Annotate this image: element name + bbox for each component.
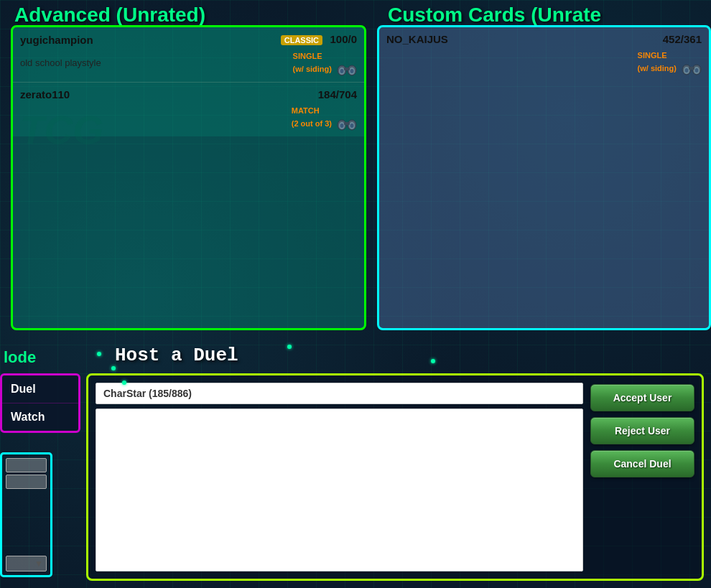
duel-desc-1: old school playstyle <box>20 57 101 68</box>
sidebar-item-watch[interactable]: Watch <box>2 403 78 431</box>
dropdown-arrow: ▼ <box>34 559 43 569</box>
reject-user-button[interactable]: Reject User <box>590 417 694 444</box>
svg-point-20 <box>695 68 699 73</box>
svg-point-6 <box>350 69 354 73</box>
binoculars-icon-1 <box>337 62 357 76</box>
svg-rect-18 <box>689 67 694 70</box>
classic-badge-1: CLASSIC <box>281 35 322 45</box>
control-dropdown[interactable]: ▼ <box>6 556 47 571</box>
left-sidebar: lode Duel Watch ▼ <box>0 337 83 588</box>
cancel-duel-button[interactable]: Cancel Duel <box>590 450 694 477</box>
bottom-section: lode Duel Watch ▼ Host a Duel CharStar (… <box>0 337 711 588</box>
main-container: Advanced (Unrated) yugichampion CLASSIC … <box>0 0 711 588</box>
advanced-panel: Advanced (Unrated) yugichampion CLASSIC … <box>0 0 373 337</box>
circuit-dot-3 <box>122 381 126 385</box>
custom-inner: NO_KAIJUS 452/361 SINGLE (w/ siding) <box>377 25 711 330</box>
duel-entry-yugichampion[interactable]: yugichampion CLASSIC 100/0 old school pl… <box>13 27 364 83</box>
cyan-border-bottom-left: ▼ <box>0 452 52 577</box>
custom-panel: Custom Cards (Unrate NO_KAIJUS 452/361 S… <box>373 0 711 337</box>
host-duel-container: CharStar (185/886) Accept User Reject Us… <box>86 373 704 581</box>
advanced-inner: yugichampion CLASSIC 100/0 old school pl… <box>11 25 366 330</box>
binoculars-icon-2 <box>337 116 357 131</box>
chat-user-bar: CharStar (185/886) <box>96 383 583 404</box>
control-bar-2[interactable] <box>6 475 47 489</box>
duel-username-1: yugichampion <box>20 34 93 46</box>
binoculars-icon-3 <box>682 61 702 75</box>
duel-mode-1: SINGLE (w/ siding) <box>293 52 334 73</box>
duel-username-2: zerato110 <box>20 88 70 101</box>
custom-mode-1: SINGLE (w/ siding) <box>638 51 679 73</box>
custom-score-1: 452/361 <box>663 33 702 45</box>
duel-mode-2: MATCH (2 out of 3) <box>292 106 334 128</box>
circuit-dot-4 <box>287 345 292 349</box>
duel-buttons: Accept User Reject User Cancel Duel <box>590 383 694 571</box>
host-duel-title: Host a Duel <box>86 345 704 366</box>
duel-score-2: 184/704 <box>318 88 357 101</box>
sidebar-item-duel[interactable]: Duel <box>2 375 78 403</box>
svg-point-12 <box>340 123 344 128</box>
accept-user-button[interactable]: Accept User <box>590 384 694 411</box>
duel-entry-zerato110[interactable]: zerato110 184/704 TCG MATCH (2 out of 3) <box>13 83 364 136</box>
chat-content[interactable] <box>96 409 583 571</box>
svg-point-13 <box>350 123 354 128</box>
top-section: Advanced (Unrated) yugichampion CLASSIC … <box>0 0 711 337</box>
duel-score-1: 100/0 <box>330 33 357 45</box>
svg-point-5 <box>340 69 344 73</box>
mode-label: lode <box>4 348 36 367</box>
duel-chat-area: CharStar (185/886) <box>96 383 583 571</box>
custom-username-1: NO_KAIJUS <box>386 33 448 45</box>
svg-point-19 <box>685 68 689 73</box>
sidebar-menu: Duel Watch <box>0 373 80 433</box>
circuit-dot-1 <box>97 352 101 356</box>
custom-entry-nokaijus[interactable]: NO_KAIJUS 452/361 SINGLE (w/ siding) <box>379 27 709 81</box>
control-bar-1[interactable] <box>6 458 47 472</box>
main-content: Host a Duel CharStar (185/886) Accept Us… <box>83 337 711 588</box>
svg-rect-11 <box>344 122 350 125</box>
svg-rect-4 <box>344 67 350 70</box>
circuit-dot-5 <box>431 359 435 363</box>
circuit-dot-2 <box>111 366 116 370</box>
